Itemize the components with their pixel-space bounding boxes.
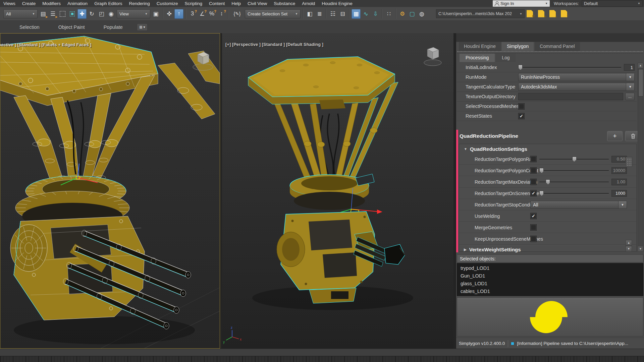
project-path-field[interactable]: C:\Users\jespertin...ments\3ds Max 202▼: [436, 9, 525, 18]
tab-houdini-engine[interactable]: Houdini Engine: [459, 42, 501, 51]
add-pipeline-button[interactable]: +: [607, 131, 623, 141]
param-checkbox[interactable]: ✓: [518, 113, 525, 119]
slider-handle[interactable]: [539, 191, 544, 196]
subtab-log[interactable]: Log: [496, 54, 516, 62]
ribbon-minimize-button[interactable]: ▥▾: [137, 23, 148, 31]
selected-objects-list[interactable]: trypod_LOD1Gun_LOD1glass_LOD1cables_LOD1: [457, 263, 643, 296]
select-and-place-icon[interactable]: ◉: [107, 9, 116, 19]
param-value[interactable]: 10000: [611, 167, 627, 174]
mirror-icon[interactable]: ◧: [305, 9, 314, 19]
scrollbar-thumb[interactable]: [638, 69, 643, 97]
viewport-center-canvas[interactable]: x y z: [222, 33, 453, 349]
use-pivot-point-center-icon[interactable]: ▣: [151, 9, 160, 19]
param-checkbox[interactable]: [518, 103, 525, 110]
menu-rendering[interactable]: Rendering: [125, 0, 153, 7]
param-slider[interactable]: [539, 190, 609, 196]
ribbon-tab-selection[interactable]: Selection: [10, 24, 49, 30]
edit-named-selection-sets-icon[interactable]: {✎}: [230, 9, 244, 19]
scroll-grip[interactable]: [626, 157, 632, 167]
menu-civil-view[interactable]: Civil View: [244, 0, 270, 7]
select-by-name-icon[interactable]: ▤➤: [39, 9, 48, 19]
selection-filter-dropdown[interactable]: All▼: [3, 9, 38, 18]
directory-field[interactable]: [518, 93, 623, 100]
viewport-center-label[interactable]: [+] [Perspective ] [Standard ] [Default …: [225, 42, 323, 47]
render-setup-icon[interactable]: ⚙: [398, 9, 407, 19]
angle-snap-toggle-icon[interactable]: ∠?: [198, 9, 207, 19]
ribbon-tab-object-paint[interactable]: Object Paint: [49, 24, 94, 30]
param-checkbox[interactable]: [530, 167, 537, 174]
toggle-scene-explorer-icon[interactable]: ☷: [328, 9, 337, 19]
object-trypod_lod1[interactable]: trypod_LOD1: [461, 264, 643, 272]
select-and-rotate-icon[interactable]: ↻: [87, 9, 96, 19]
scroll-up-button[interactable]: ▲: [626, 240, 632, 246]
ribbon-tab-populate[interactable]: Populate: [94, 24, 132, 30]
param-slider[interactable]: [539, 156, 609, 162]
workspaces-dropdown[interactable]: Default ▼: [582, 0, 643, 7]
keyboard-shortcut-override-icon[interactable]: ↑: [174, 9, 183, 19]
tab-simplygon[interactable]: Simplygon: [502, 42, 534, 51]
object-glass_lod1[interactable]: glass_LOD1: [461, 280, 643, 288]
select-and-uniform-scale-icon[interactable]: ◰: [97, 9, 106, 19]
render-production-icon[interactable]: ◍: [417, 9, 426, 19]
sign-in-button[interactable]: Sign In ▼: [493, 0, 550, 7]
param-checkbox[interactable]: ✓: [530, 213, 537, 219]
select-and-manipulate-icon[interactable]: ✜: [165, 9, 174, 19]
object-gun_lod1[interactable]: Gun_LOD1: [461, 272, 643, 280]
script-run-icon[interactable]: ⚙: [525, 9, 535, 19]
browse-button[interactable]: ...: [625, 93, 635, 100]
scroll-up-button[interactable]: ▲: [638, 63, 643, 68]
menu-scripting[interactable]: Scripting: [181, 0, 206, 7]
script-open-icon[interactable]: ▸: [537, 9, 547, 19]
select-from-scene-icon[interactable]: ☰➤: [48, 9, 57, 19]
scroll-down-button[interactable]: ▼: [626, 246, 632, 252]
reference-coordinate-system-dropdown[interactable]: View▼: [117, 9, 150, 18]
select-and-move-icon[interactable]: ✚: [77, 9, 87, 19]
viewport-panel-divider[interactable]: [453, 33, 456, 349]
menu-animation[interactable]: Animation: [64, 0, 91, 7]
param-checkbox[interactable]: [530, 236, 537, 242]
runmode-dropdown[interactable]: RunInNewProcess▼: [518, 73, 635, 81]
align-icon[interactable]: ≣: [315, 9, 324, 19]
object-cables_lod1[interactable]: cables_LOD1: [461, 288, 643, 295]
viewport-center[interactable]: x y z [+] [Perspective ] [Standard ] [De…: [222, 33, 453, 349]
menu-help[interactable]: Help: [228, 0, 244, 7]
param-checkbox[interactable]: [530, 224, 537, 231]
slider-handle[interactable]: [539, 168, 544, 173]
viewport-left-label[interactable]: [Perspective ] [Standard ] [Facets + Edg…: [0, 42, 92, 47]
slider-handle[interactable]: [518, 65, 523, 70]
param-value[interactable]: 0.50: [611, 156, 627, 163]
reductiontargetstopcondition-dropdown[interactable]: All▼: [530, 201, 627, 209]
window-crossing-toggle-icon[interactable]: [68, 9, 77, 19]
param-slider[interactable]: [539, 179, 609, 185]
script-export-icon[interactable]: ⇣: [548, 9, 558, 19]
subtab-processing[interactable]: Processing: [460, 54, 495, 62]
named-selection-sets-dropdown[interactable]: Create Selection Set▼: [245, 9, 301, 18]
menu-modifiers[interactable]: Modifiers: [39, 0, 64, 7]
rendered-frame-window-icon[interactable]: ▢: [408, 9, 417, 19]
menu-customize[interactable]: Customize: [153, 0, 181, 7]
toggle-layer-explorer-icon[interactable]: ⊟: [338, 9, 347, 19]
menu-arnold[interactable]: Arnold: [299, 0, 318, 7]
toggle-ribbon-icon[interactable]: ▦: [352, 9, 361, 19]
param-value[interactable]: 1.00: [611, 179, 627, 185]
script-import-icon[interactable]: ⇡: [559, 9, 570, 19]
curve-editor-icon[interactable]: ∿: [361, 9, 370, 19]
quad-reduction-settings-header[interactable]: ▼ QuadReductionSettings: [459, 144, 636, 154]
tab-command-panel[interactable]: Command Panel: [535, 42, 580, 51]
menu-houdini-engine[interactable]: Houdini Engine: [318, 0, 356, 7]
material-editor-icon[interactable]: ∷: [384, 9, 393, 19]
timeline-ruler[interactable]: [0, 356, 644, 362]
menu-views[interactable]: Views: [0, 0, 19, 7]
vertex-weight-settings-header[interactable]: ▶ VertexWeightSettings: [459, 245, 636, 254]
param-value[interactable]: 1: [624, 64, 635, 71]
viewport-left[interactable]: [Perspective ] [Standard ] [Facets + Edg…: [0, 33, 220, 349]
param-checkbox[interactable]: ✓: [530, 190, 537, 196]
panel-scrollbar[interactable]: ▲ ▼: [638, 63, 643, 252]
percent-snap-toggle-icon[interactable]: %?: [207, 9, 216, 19]
param-slider[interactable]: [518, 64, 622, 70]
param-slider[interactable]: [539, 168, 609, 174]
param-checkbox[interactable]: [530, 156, 537, 162]
snaps-toggle-icon[interactable]: 3?: [188, 9, 197, 19]
menu-graph-editors[interactable]: Graph Editors: [91, 0, 125, 7]
menu-content[interactable]: Content: [206, 0, 228, 7]
